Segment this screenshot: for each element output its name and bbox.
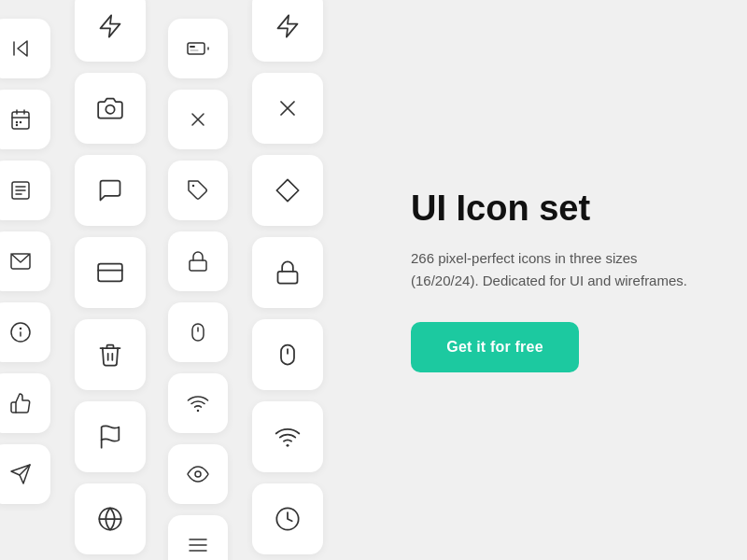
icon-col-3 xyxy=(252,0,323,554)
menu-icon xyxy=(168,515,228,560)
icon-col-2 xyxy=(168,19,228,560)
svg-rect-21 xyxy=(98,264,122,282)
svg-marker-19 xyxy=(101,15,120,36)
svg-marker-47 xyxy=(276,179,298,201)
svg-rect-36 xyxy=(190,260,206,271)
cta-button[interactable]: Get it for free xyxy=(411,322,579,372)
thumbs-up-icon xyxy=(0,373,50,433)
zap-icon xyxy=(252,0,323,62)
battery-icon xyxy=(168,19,228,78)
chat-icon xyxy=(75,155,146,226)
lock-icon xyxy=(168,231,228,291)
svg-rect-37 xyxy=(192,324,204,341)
eye-icon xyxy=(168,444,228,504)
svg-point-20 xyxy=(106,105,114,114)
mouse-icon xyxy=(168,302,228,362)
news-icon xyxy=(0,161,50,220)
send-icon xyxy=(0,444,50,504)
camera-icon xyxy=(75,73,146,144)
flag-icon xyxy=(75,401,146,472)
icon-col-0 xyxy=(0,19,50,504)
trash-icon xyxy=(75,319,146,390)
svg-marker-44 xyxy=(278,15,298,36)
x-close-icon xyxy=(252,73,323,144)
diamond-icon xyxy=(252,155,323,226)
svg-rect-48 xyxy=(278,272,298,284)
page-container: UI Icon set 266 pixel-perfect icons in t… xyxy=(0,0,747,560)
wifi-icon xyxy=(168,373,228,433)
svg-rect-29 xyxy=(188,43,204,54)
svg-marker-0 xyxy=(18,41,27,56)
product-description: 266 pixel-perfect icons in three sizes (… xyxy=(411,247,691,292)
info-icon xyxy=(0,302,50,362)
icons-area xyxy=(0,0,392,560)
credit-card-icon xyxy=(75,237,146,308)
svg-point-40 xyxy=(195,471,201,477)
mail-icon xyxy=(0,231,50,291)
svg-rect-2 xyxy=(12,112,29,129)
icon-col-1 xyxy=(75,0,146,560)
product-title: UI Icon set xyxy=(411,188,710,231)
clock-icon xyxy=(252,483,323,554)
tag-icon xyxy=(168,161,228,220)
bolt-icon xyxy=(75,0,146,62)
globe-icon xyxy=(75,483,146,554)
mouse2-icon xyxy=(252,319,323,390)
skip-back-icon xyxy=(0,19,50,78)
info-area: UI Icon set 266 pixel-perfect icons in t… xyxy=(392,150,747,410)
lock2-icon xyxy=(252,237,323,308)
close-icon xyxy=(168,90,228,149)
wifi2-icon xyxy=(252,401,323,472)
svg-rect-49 xyxy=(281,345,294,365)
calendar-icon xyxy=(0,90,50,149)
